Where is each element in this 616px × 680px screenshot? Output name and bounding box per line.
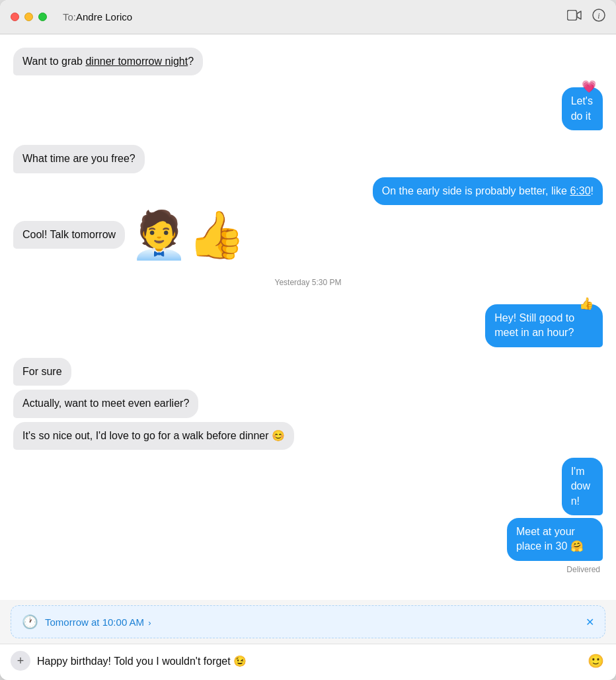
emoji-icon: 🙂 <box>588 653 604 669</box>
svg-rect-0 <box>568 11 577 21</box>
chevron-icon: › <box>148 618 151 628</box>
traffic-lights <box>11 13 47 21</box>
messages-area: Want to grab dinner tomorrow night? 💗 Le… <box>0 34 616 600</box>
recipient-name: Andre Lorico <box>76 11 132 22</box>
message-bubble: Want to grab dinner tomorrow night? <box>13 48 203 75</box>
message-row: Hey! Still good to meet in an hour? <box>422 304 603 347</box>
minimize-button[interactable] <box>24 13 33 21</box>
to-label: To: <box>63 11 76 22</box>
input-area: + 🙂 <box>0 644 616 680</box>
add-button[interactable]: + <box>11 651 30 671</box>
messages-window: To: Andre Lorico i Want to grab dinner t… <box>0 0 616 680</box>
message-row: For sure <box>13 358 603 386</box>
message-row: Cool! Talk tomorrow 🧑‍💼👍 <box>13 212 603 258</box>
video-call-icon[interactable] <box>567 10 582 24</box>
message-row: On the early side is probably better, li… <box>13 177 603 205</box>
scheduled-time-text: Tomorrow at 10:00 AM › <box>45 616 151 628</box>
close-button[interactable] <box>11 13 19 21</box>
message-row: What time are you free? <box>13 145 603 173</box>
scheduled-bar[interactable]: 🕐 Tomorrow at 10:00 AM › ✕ <box>11 605 605 638</box>
message-input[interactable] <box>37 655 579 667</box>
scheduled-close-button[interactable]: ✕ <box>586 616 594 628</box>
scheduled-bar-left: 🕐 Tomorrow at 10:00 AM › <box>22 614 151 630</box>
clock-icon: 🕐 <box>22 614 38 630</box>
underlined-text: dinner tomorrow night <box>85 56 188 67</box>
thumbs-reaction: 👍 <box>579 296 594 311</box>
message-row: It's so nice out, I'd love to go for a w… <box>13 422 603 450</box>
message-bubble: Cool! Talk tomorrow <box>13 221 125 249</box>
titlebar: To: Andre Lorico i <box>0 0 616 34</box>
message-bubble: On the early side is probably better, li… <box>373 177 603 205</box>
message-row: Meet at your place in 30 🤗 <box>455 518 603 561</box>
message-bubble: Actually, want to meet even earlier? <box>13 390 198 417</box>
sent-message-with-reaction: 👍 Hey! Still good to meet in an hour? <box>13 296 603 347</box>
svg-text:i: i <box>597 11 599 21</box>
message-row: Want to grab dinner tomorrow night? <box>13 48 603 75</box>
message-bubble: For sure <box>13 358 71 386</box>
message-bubble: What time are you free? <box>13 145 145 173</box>
message-row: I'm down! <box>539 458 603 515</box>
message-row: Actually, want to meet even earlier? <box>13 390 603 417</box>
delivered-label: Delivered <box>566 565 603 574</box>
timestamp-label: Yesterday 5:30 PM <box>13 278 603 287</box>
message-bubble: Meet at your place in 30 🤗 <box>507 518 603 561</box>
plus-icon: + <box>17 654 24 668</box>
info-icon[interactable]: i <box>592 9 605 25</box>
message-bubble: I'm down! <box>562 458 603 515</box>
maximize-button[interactable] <box>38 13 47 21</box>
sent-message-with-reaction: 💗 Let's do it <box>13 79 603 130</box>
titlebar-actions: i <box>567 9 605 25</box>
emoji-button[interactable]: 🙂 <box>586 651 605 671</box>
memoji-sticker: 🧑‍💼👍 <box>130 212 245 258</box>
message-bubble: It's so nice out, I'd love to go for a w… <box>13 422 294 450</box>
stacked-sent-messages: I'm down! Meet at your place in 30 🤗 Del… <box>13 458 603 574</box>
underlined-text: 6:30 <box>570 185 590 196</box>
heart-reaction: 💗 <box>582 79 596 94</box>
